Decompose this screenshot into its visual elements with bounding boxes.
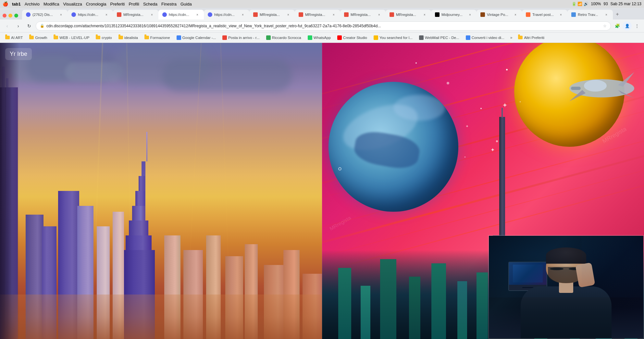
address-text: cdn.discordapp.com/attachments/101351233… [46,24,601,28]
menubar-cronologia[interactable]: Cronologia [86,2,106,6]
tab-retro[interactable]: Retro Trav... × [567,10,613,19]
bookmark-posta[interactable]: Posta in arrivo - r... [220,34,262,41]
tab-title: Retro Trav... [578,13,602,17]
tab-close[interactable]: × [513,12,518,17]
tab-close[interactable]: × [422,12,427,17]
back-button[interactable]: ‹ [3,21,12,31]
bookmark-whatsapp[interactable]: WhatsApp [305,34,333,41]
tab-close[interactable]: × [467,12,473,17]
tab-close[interactable]: × [286,12,291,17]
tab-vintage[interactable]: Vintage Po... × [477,10,522,19]
star [415,62,417,64]
center-dot [338,167,341,170]
bookmarks-bar: AI ART Growth WEB - LEVEL-UP crypto idea… [0,32,644,43]
maximize-button[interactable] [14,14,18,18]
bookmark-growth[interactable]: Growth [27,34,50,41]
bookmark-webmail[interactable]: WebMail PEC - De... [416,34,462,41]
toolbar-icons: 🧩 👤 ⋮ [613,21,641,31]
profile-button[interactable]: 👤 [623,21,632,31]
star [520,101,521,102]
tab-midjourney[interactable]: Midjourney... × [431,10,477,19]
tab-close[interactable]: × [240,12,245,17]
webcam-inner [489,236,643,338]
bookmark-formazione[interactable]: Formazione [142,34,173,41]
tab-close[interactable]: × [558,12,564,17]
username-text: Yr Irbe [10,51,27,57]
center-divider [322,43,322,339]
bookmark-ai-art[interactable]: AI ART [3,34,25,41]
tab-close[interactable]: × [58,12,64,17]
forward-button[interactable]: › [14,21,23,31]
address-bar[interactable]: 🔒 cdn.discordapp.com/attachments/1013512… [36,21,611,31]
tab-mrregista-2[interactable]: MRregista... × [249,10,295,19]
tab-mrregista-3[interactable]: MRregista... × [295,10,340,19]
bookmark-idealista[interactable]: idealista [116,34,141,41]
left-edge-shadow [0,43,19,339]
menubar-profili[interactable]: Profili [129,2,139,6]
tab-title: MRregista... [260,13,284,17]
bookmark-altri[interactable]: Altri Preferiti [515,34,547,41]
left-panel: Yr Irbe [0,43,322,339]
menubar-app[interactable]: tab1 [12,2,21,6]
bookmark-riccardo[interactable]: Riccardo Scrocca [264,34,304,41]
tab-title: MRregista... [305,13,329,17]
menubar-modifica[interactable]: Modifica [43,2,59,6]
menubar-datetime: Sab 25 mar 12:13 [611,2,641,6]
bookmark-crypto[interactable]: crypto [93,34,114,41]
close-button[interactable] [3,14,6,18]
tab-close[interactable]: × [331,12,336,17]
secure-icon: 🔒 [40,24,44,28]
tab-close[interactable]: × [604,12,609,17]
tab-mrregista-4[interactable]: MRregista... × [340,10,386,19]
svg-rect-2 [571,87,581,90]
tab-close[interactable]: × [377,12,382,17]
more-bookmarks-button[interactable]: » [508,34,514,41]
menubar-finestra[interactable]: Finestra [161,2,177,6]
tab-favicon [480,12,485,17]
bookmark-converti[interactable]: Converti i video di... [463,34,507,41]
minimize-button[interactable] [8,14,12,18]
tab-favicon [571,12,576,17]
tab-cdn-active[interactable]: https://cdn... × [158,10,204,19]
menubar-battery: 93 [603,2,608,6]
bookmark-web[interactable]: WEB - LEVEL-UP [51,34,92,41]
extensions-button[interactable]: 🧩 [613,21,622,31]
tab-favicon [117,12,121,17]
webcam-overlay [488,235,644,339]
tab-mrregista-1[interactable]: MRregista... × [113,10,158,19]
tab-close[interactable]: × [149,12,155,17]
toolbar: ‹ › ↻ 🔒 cdn.discordapp.com/attachments/1… [0,19,644,32]
menubar-archivio[interactable]: Archivio [25,2,40,6]
menu-button[interactable]: ⋮ [632,21,641,31]
tab-favicon [162,12,167,17]
menubar-preferiti[interactable]: Preferiti [110,2,125,6]
star [480,108,482,109]
bookmark-label: Creator Studio [343,36,367,40]
tab-favicon [526,12,530,17]
bookmark-creator[interactable]: Creator Studio [335,34,370,41]
tab-title: MRregista... [351,13,375,17]
menubar-scheda[interactable]: Scheda [143,2,157,6]
bookmark-star-icon[interactable]: ☆ [603,24,607,28]
apple-logo[interactable]: 🍎 [3,1,8,6]
tab-travel[interactable]: Travel post... × [522,10,567,19]
bookmark-label: WEB - LEVEL-UP [59,36,89,40]
tab-cdn-1[interactable]: https://cdn... × [68,10,113,19]
menubar-visualizza[interactable]: Visualizza [63,2,82,6]
star [506,69,508,70]
new-tab-button[interactable]: + [613,10,622,19]
username-overlay: Yr Irbe [5,48,32,60]
tab-close[interactable]: × [195,12,200,17]
bookmark-label: Google Calendar -... [182,36,216,40]
reload-button[interactable]: ↻ [25,21,34,31]
bookmark-label: WebMail PEC - De... [425,36,459,40]
menubar-guida[interactable]: Guida [180,2,192,6]
bookmark-label: crypto [102,36,112,40]
tab-title: Vintage Po... [487,13,511,17]
tab-mrregista-5[interactable]: MRregista... × [386,10,431,19]
bookmark-gcal[interactable]: Google Calendar -... [174,34,219,41]
bookmark-searched[interactable]: You searched for l... [371,34,415,41]
tab-cdn-2[interactable]: https://cdn... × [204,10,249,19]
tab-discord-1[interactable]: (2762) Dis... × [22,10,68,19]
tab-close[interactable]: × [104,12,109,17]
